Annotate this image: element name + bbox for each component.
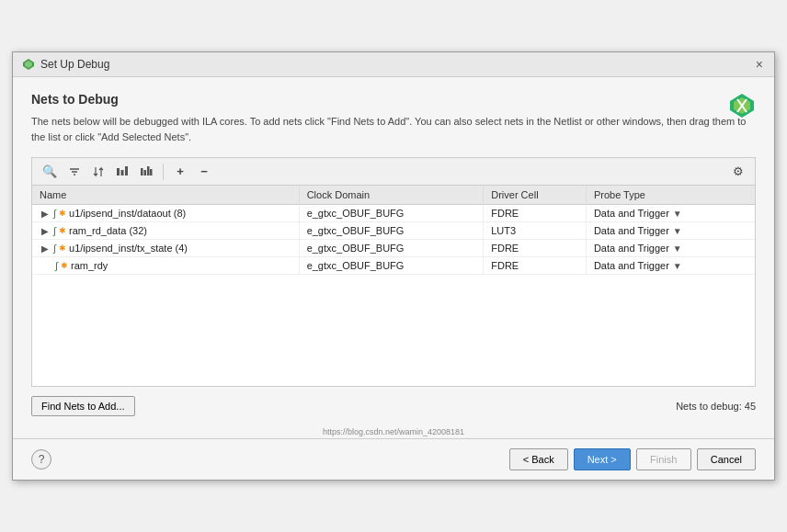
driver-cell-1: LUT3 [484, 222, 587, 240]
svg-rect-12 [141, 168, 143, 175]
header-area: Nets to Debug The nets below will be deb… [31, 92, 756, 157]
toolbar: 🔍 + − ⚙ [31, 157, 756, 185]
title-bar: Set Up Debug × [13, 52, 774, 77]
clock-cell-3: e_gtxc_OBUF_BUFG [299, 257, 484, 275]
find-nets-button[interactable]: Find Nets to Add... [31, 396, 135, 416]
clock-cell-1: e_gtxc_OBUF_BUFG [299, 222, 484, 240]
description-text: The nets below will be debugged with ILA… [31, 114, 756, 144]
expand-btn-1[interactable]: ▶ [40, 226, 51, 236]
svg-rect-14 [147, 166, 150, 175]
driver-cell-0: FDRE [484, 205, 587, 222]
table-row: ∫✱ram_rdye_gtxc_OBUF_BUFGFDREData and Tr… [32, 257, 755, 275]
table-header-row: Name Clock Domain Driver Cell Probe Type [32, 186, 755, 205]
driver-cell-2: FDRE [484, 240, 587, 257]
nets-table: Name Clock Domain Driver Cell Probe Type… [32, 186, 755, 275]
footer: ? < Back Next > Finish Cancel [13, 438, 774, 480]
finish-button[interactable]: Finish [636, 448, 691, 470]
dialog-title: Set Up Debug [40, 58, 109, 71]
waveform2-button[interactable] [135, 163, 157, 181]
col-clock-domain: Clock Domain [299, 186, 484, 205]
probe-dropdown-0[interactable]: ▼ [673, 209, 682, 219]
toolbar-separator-1 [163, 164, 164, 180]
back-button[interactable]: < Back [509, 448, 568, 470]
name-cell-3: ∫✱ram_rdy [32, 257, 299, 275]
name-cell-2: ▶∫✱u1/ipsend_inst/tx_state (4) [32, 240, 299, 257]
svg-rect-9 [117, 168, 120, 175]
probe-dropdown-3[interactable]: ▼ [673, 261, 682, 271]
probe-dropdown-1[interactable]: ▼ [673, 226, 682, 236]
probe-dropdown-2[interactable]: ▼ [673, 243, 682, 254]
xilinx-logo-icon [728, 92, 756, 119]
waveform1-button[interactable] [111, 163, 133, 181]
probe-cell-3: Data and Trigger▼ [586, 257, 755, 275]
table-row: ▶∫✱u1/ipsend_inst/tx_state (4)e_gtxc_OBU… [32, 240, 755, 257]
title-bar-left: Set Up Debug [22, 58, 109, 71]
dialog-content: Nets to Debug The nets below will be deb… [13, 77, 774, 425]
col-name: Name [32, 186, 299, 205]
probe-cell-2: Data and Trigger▼ [586, 240, 755, 257]
table-row: ▶∫✱ram_rd_data (32)e_gtxc_OBUF_BUFGLUT3D… [32, 222, 755, 240]
watermark: https://blog.csdn.net/wamin_42008181 [13, 425, 774, 438]
expand-btn-0[interactable]: ▶ [40, 209, 51, 219]
footer-right: < Back Next > Finish Cancel [509, 448, 756, 470]
probe-cell-1: Data and Trigger▼ [586, 222, 755, 240]
clock-cell-0: e_gtxc_OBUF_BUFG [299, 205, 484, 222]
nets-count-label: Nets to debug: 45 [676, 401, 756, 412]
probe-cell-0: Data and Trigger▼ [586, 205, 755, 222]
remove-net-button[interactable]: − [193, 162, 215, 181]
settings-button[interactable]: ⚙ [727, 162, 749, 181]
next-button[interactable]: Next > [574, 448, 631, 470]
table-body: ▶∫✱u1/ipsend_inst/dataout (8)e_gtxc_OBUF… [32, 205, 755, 275]
logo-area [728, 92, 756, 122]
svg-rect-10 [121, 170, 124, 175]
filter-low-button[interactable] [63, 163, 86, 181]
col-probe-type: Probe Type [586, 186, 755, 205]
clock-cell-2: e_gtxc_OBUF_BUFG [299, 240, 484, 257]
expand-btn-2[interactable]: ▶ [40, 243, 51, 254]
section-title: Nets to Debug [31, 92, 756, 107]
add-net-button[interactable]: + [169, 162, 191, 181]
name-cell-0: ▶∫✱u1/ipsend_inst/dataout (8) [32, 205, 299, 222]
debug-title-icon [22, 58, 35, 71]
setup-debug-dialog: Set Up Debug × Nets to Debug The nets be… [12, 51, 775, 481]
driver-cell-3: FDRE [484, 257, 587, 275]
svg-rect-15 [150, 169, 153, 175]
nets-table-container: Name Clock Domain Driver Cell Probe Type… [31, 185, 756, 387]
table-row: ▶∫✱u1/ipsend_inst/dataout (8)e_gtxc_OBUF… [32, 205, 755, 222]
svg-rect-11 [125, 166, 128, 175]
help-button[interactable]: ? [31, 449, 51, 470]
bottom-area: Find Nets to Add... Nets to debug: 45 [31, 396, 756, 416]
col-driver-cell: Driver Cell [484, 186, 587, 205]
footer-left: ? [31, 449, 51, 470]
close-button[interactable]: × [754, 58, 765, 71]
name-cell-1: ▶∫✱ram_rd_data (32) [32, 222, 299, 240]
cancel-button[interactable]: Cancel [697, 448, 756, 470]
sort-button[interactable] [87, 163, 109, 181]
svg-rect-13 [144, 170, 147, 175]
search-button[interactable]: 🔍 [38, 162, 62, 181]
